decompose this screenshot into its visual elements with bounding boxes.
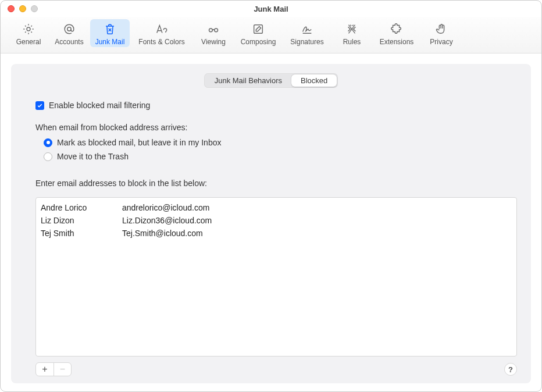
- fonts-icon: [155, 22, 169, 37]
- toolbar-label: Viewing: [201, 38, 226, 46]
- toolbar-label: Rules: [343, 38, 361, 46]
- minus-icon: −: [60, 364, 65, 375]
- radio-label: Move it to the Trash: [57, 152, 129, 161]
- content-area: Junk Mail Behaviors Blocked Enable block…: [1, 54, 541, 391]
- help-icon: ?: [508, 365, 513, 374]
- blocked-row[interactable]: Andre Lorico andrelorico@icloud.com: [41, 201, 512, 214]
- zoom-button: [31, 5, 38, 12]
- help-button[interactable]: ?: [504, 363, 517, 376]
- arrives-radio-group: Mark as blocked mail, but leave it in my…: [44, 138, 520, 166]
- puzzle-icon: [390, 22, 403, 37]
- toolbar-tab-extensions[interactable]: Extensions: [373, 19, 420, 47]
- gear-icon: [22, 22, 35, 37]
- junk-bin-icon: [104, 22, 116, 37]
- toolbar-tab-privacy[interactable]: Privacy: [422, 19, 461, 47]
- signature-icon: [300, 22, 314, 37]
- blocked-email: andrelorico@icloud.com: [122, 201, 209, 214]
- toolbar-label: Signatures: [290, 38, 323, 46]
- svg-point-0: [27, 27, 30, 31]
- panel-footer: + − ?: [35, 357, 517, 376]
- window-title: Junk Mail: [1, 5, 541, 13]
- svg-point-3: [215, 28, 218, 32]
- toolbar-label: General: [16, 38, 41, 46]
- tab-blocked[interactable]: Blocked: [291, 74, 337, 87]
- prefs-toolbar: General Accounts Junk Mail: [1, 17, 541, 54]
- blocklist-heading: Enter email addresses to block in the li…: [35, 179, 520, 188]
- svg-point-2: [209, 28, 212, 32]
- toolbar-label: Extensions: [380, 38, 414, 46]
- radio-checked-icon: [44, 138, 52, 147]
- enable-filtering-label: Enable blocked mail filtering: [49, 101, 150, 110]
- titlebar: Junk Mail: [1, 1, 541, 17]
- enable-filtering-row[interactable]: Enable blocked mail filtering: [35, 101, 520, 110]
- radio-mark-blocked[interactable]: Mark as blocked mail, but leave it in my…: [44, 138, 520, 147]
- toolbar-tab-accounts[interactable]: Accounts: [49, 19, 89, 47]
- blocked-name: Andre Lorico: [41, 201, 122, 214]
- blocked-name: Tej Smith: [41, 227, 122, 240]
- plus-icon: +: [42, 364, 47, 375]
- minimize-button[interactable]: [19, 5, 26, 12]
- segmented-wrap: Junk Mail Behaviors Blocked: [22, 73, 520, 88]
- toolbar-tab-rules[interactable]: Rules: [332, 19, 372, 47]
- arrives-heading: When email from blocked address arrives:: [35, 123, 520, 132]
- toolbar-label: Junk Mail: [95, 38, 125, 46]
- blocked-email: Liz.Dizon36@icloud.com: [122, 214, 212, 227]
- hand-icon: [435, 22, 448, 37]
- blocked-list-inner: Andre Lorico andrelorico@icloud.com Liz …: [36, 198, 516, 243]
- toolbar-tab-signatures[interactable]: Signatures: [283, 19, 331, 47]
- at-icon: [63, 22, 76, 37]
- add-remove-group: + −: [35, 362, 72, 376]
- remove-button[interactable]: −: [54, 363, 71, 376]
- toolbar-label: Composing: [241, 38, 276, 46]
- blocked-row[interactable]: Tej Smith Tej.Smith@icloud.com: [41, 227, 512, 240]
- radio-move-trash[interactable]: Move it to the Trash: [44, 152, 520, 161]
- blocked-row[interactable]: Liz Dizon Liz.Dizon36@icloud.com: [41, 214, 512, 227]
- toolbar-label: Accounts: [55, 38, 83, 46]
- svg-rect-4: [254, 25, 263, 34]
- svg-point-1: [67, 27, 71, 31]
- traffic-lights: [8, 5, 38, 12]
- blocked-email: Tej.Smith@icloud.com: [122, 227, 203, 240]
- checkbox-checked-icon: [35, 101, 44, 110]
- preferences-window: Junk Mail General Accounts: [0, 0, 542, 392]
- toolbar-tab-fonts-colors[interactable]: Fonts & Colors: [131, 19, 192, 47]
- toolbar-tab-viewing[interactable]: Viewing: [194, 19, 233, 47]
- close-button[interactable]: [8, 5, 15, 12]
- toolbar-tab-composing[interactable]: Composing: [234, 19, 282, 47]
- segmented-control: Junk Mail Behaviors Blocked: [204, 73, 338, 88]
- rules-icon: [345, 22, 358, 37]
- toolbar-tab-general[interactable]: General: [9, 19, 48, 47]
- toolbar-tab-junk-mail[interactable]: Junk Mail: [90, 19, 130, 47]
- compose-icon: [252, 22, 265, 37]
- radio-label: Mark as blocked mail, but leave it in my…: [57, 138, 221, 147]
- blocked-name: Liz Dizon: [41, 214, 122, 227]
- toolbar-label: Privacy: [430, 38, 452, 46]
- tab-junk-behaviors[interactable]: Junk Mail Behaviors: [205, 74, 291, 87]
- blocked-list[interactable]: Andre Lorico andrelorico@icloud.com Liz …: [35, 197, 517, 357]
- glasses-icon: [206, 22, 220, 37]
- add-button[interactable]: +: [36, 363, 54, 376]
- blocked-panel: Junk Mail Behaviors Blocked Enable block…: [11, 64, 531, 383]
- radio-unchecked-icon: [44, 152, 52, 161]
- toolbar-label: Fonts & Colors: [138, 38, 184, 46]
